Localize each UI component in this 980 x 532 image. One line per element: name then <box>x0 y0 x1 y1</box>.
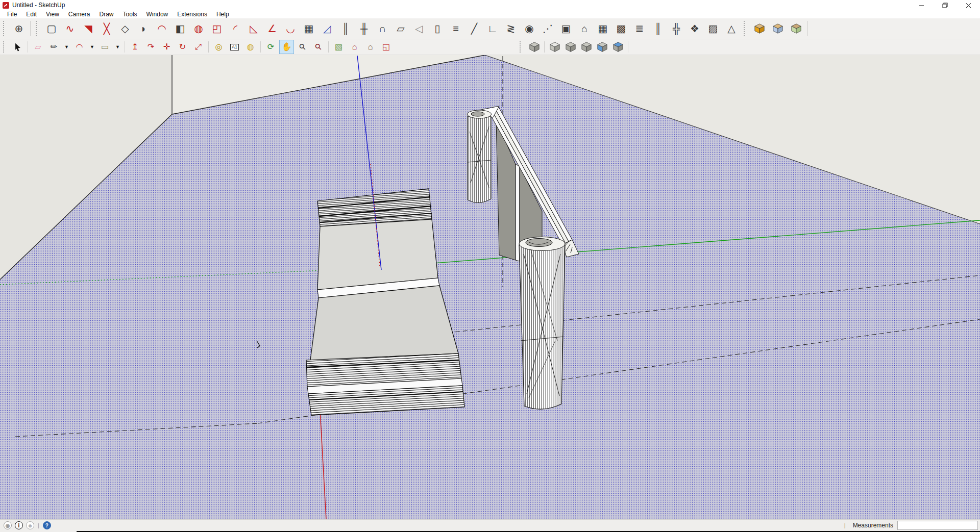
pan-tool-icon[interactable]: ✋ <box>279 40 294 54</box>
menu-file[interactable]: File <box>3 10 21 18</box>
stair-zigzag-icon[interactable]: ≷ <box>502 20 520 37</box>
tape-measure-tool-icon[interactable]: ◎ <box>211 40 226 54</box>
tube-cluster-icon[interactable]: ╫ <box>355 20 373 37</box>
geolocation-status-icon[interactable]: ◉ <box>4 521 12 529</box>
solid-union-icon[interactable] <box>563 40 578 54</box>
toolbar-separator <box>125 41 125 53</box>
warehouse-3d-icon[interactable]: ⌂ <box>347 40 362 54</box>
page-fold-icon[interactable]: ▱ <box>392 20 409 37</box>
extension-warehouse-glyph: ⌂ <box>368 43 373 51</box>
paint-bucket-tool-glyph: ◍ <box>247 43 254 51</box>
select-tool-icon[interactable] <box>10 40 25 54</box>
line-tool-icon[interactable]: ✏ <box>46 40 61 54</box>
measurements-input[interactable] <box>897 521 978 530</box>
move-tool-icon[interactable]: ✛ <box>159 40 174 54</box>
extension-warehouse-icon[interactable]: ⌂ <box>363 40 378 54</box>
solid-subtract-icon[interactable] <box>579 40 594 54</box>
rotate-tool-icon[interactable]: ↻ <box>175 40 190 54</box>
bevel-corner-icon[interactable] <box>788 20 805 37</box>
toolbar-drag-handle[interactable] <box>3 41 8 53</box>
status-separator: | <box>844 522 846 528</box>
round-edge-icon[interactable]: ◜ <box>227 20 244 37</box>
door-frame-icon[interactable]: ⌂ <box>576 20 593 37</box>
text-tool-icon[interactable]: A1 <box>227 40 242 54</box>
menu-tools[interactable]: Tools <box>118 10 142 18</box>
sharp-corner-icon[interactable] <box>769 20 787 37</box>
line-tool-dropdown-icon[interactable]: ▼ <box>62 40 71 54</box>
menu-extensions[interactable]: Extensions <box>173 10 212 18</box>
fence-grid-icon[interactable]: ╬ <box>668 20 685 37</box>
unfold-box-icon[interactable]: ◧ <box>172 20 189 37</box>
lattice-panel-icon[interactable]: ▩ <box>612 20 630 37</box>
menu-window[interactable]: Window <box>142 10 173 18</box>
help-icon[interactable]: ? <box>43 521 51 529</box>
menu-draw[interactable]: Draw <box>95 10 118 18</box>
arc-tool-dropdown-icon[interactable]: ▼ <box>88 40 96 54</box>
bezier-curve-icon[interactable]: ∿ <box>61 20 79 37</box>
louvre-panel-icon[interactable]: ≣ <box>631 20 648 37</box>
fan-fold-icon[interactable]: ◥ <box>80 20 97 37</box>
bend-curve-icon[interactable]: ◠ <box>153 20 170 37</box>
slat-panel-icon[interactable]: ▨ <box>704 20 722 37</box>
menu-camera[interactable]: Camera <box>64 10 95 18</box>
window-grid-icon[interactable]: ▦ <box>594 20 611 37</box>
cage-deform-icon[interactable]: ▦ <box>300 20 317 37</box>
shelf-stack-icon[interactable]: ≡ <box>447 20 464 37</box>
toolbar-drag-handle[interactable] <box>3 21 8 36</box>
minimize-button[interactable] <box>910 0 933 10</box>
spiral-stair-icon[interactable]: ◉ <box>521 20 538 37</box>
menu-help[interactable]: Help <box>212 10 234 18</box>
colonnade-tool-icon[interactable]: ∩ <box>374 20 391 37</box>
orbit-tool-icon[interactable]: ⟳ <box>263 40 278 54</box>
solid-intersect-icon[interactable] <box>547 40 562 54</box>
round-corner-icon[interactable] <box>751 20 768 37</box>
menu-view[interactable]: View <box>41 10 64 18</box>
restore-button[interactable] <box>933 0 957 10</box>
sphere-tool-icon[interactable]: ⊕ <box>10 20 28 37</box>
ramp-tool-icon[interactable]: ╱ <box>465 20 483 37</box>
toolbar-drag-handle[interactable] <box>744 21 748 36</box>
solid-trim-icon[interactable] <box>595 40 609 54</box>
knot-panel-icon[interactable]: ❖ <box>686 20 703 37</box>
door-leaf-icon[interactable]: ▯ <box>429 20 446 37</box>
follow-me-tool-icon[interactable]: ↷ <box>143 40 158 54</box>
zoom-tool-icon[interactable]: ⚲ <box>295 40 310 54</box>
rectangle-tool-icon[interactable]: ▭ <box>97 40 112 54</box>
loft-sail-icon[interactable]: ◿ <box>318 20 336 37</box>
sign-in-icon[interactable]: ☻ <box>26 521 34 529</box>
frame-tool-icon[interactable]: ▣ <box>557 20 575 37</box>
chamfer-corner-icon[interactable]: ◺ <box>245 20 262 37</box>
sphere-band-icon[interactable]: ◍ <box>190 20 207 37</box>
solid-split-icon[interactable] <box>610 40 625 54</box>
close-button[interactable] <box>957 0 980 10</box>
toolbar-drag-handle[interactable] <box>520 41 524 53</box>
send-to-layout-glyph: ◱ <box>382 43 390 51</box>
toolbar-drag-handle[interactable] <box>36 21 40 36</box>
contour-select-icon[interactable]: ◇ <box>116 20 134 37</box>
box-pin-icon[interactable]: ◰ <box>208 20 226 37</box>
pipes-tool-icon[interactable]: ║ <box>337 20 354 37</box>
angle-tool-icon[interactable]: ∠ <box>263 20 281 37</box>
cut-tool-icon[interactable]: ╳ <box>98 20 115 37</box>
push-pull-tool-icon[interactable]: ↥ <box>128 40 142 54</box>
rectangle-tool-dropdown-icon[interactable]: ▼ <box>113 40 122 54</box>
send-to-layout-icon[interactable]: ◱ <box>379 40 394 54</box>
paint-bucket-tool-icon[interactable]: ◍ <box>243 40 258 54</box>
arc-tool-icon[interactable]: ◠ <box>72 40 87 54</box>
escalator-tool-icon[interactable]: ⋰ <box>539 20 556 37</box>
credits-info-icon[interactable]: i <box>15 521 23 529</box>
eraser-tool-icon[interactable]: ▱ <box>31 40 45 54</box>
zoom-extents-tool-icon[interactable]: ⚲ <box>311 40 326 54</box>
shape-bender-icon[interactable]: ◡ <box>282 20 299 37</box>
add-location-icon[interactable]: ▧ <box>331 40 346 54</box>
scale-tool-icon[interactable]: ⤢ <box>191 40 206 54</box>
back-arrow-icon[interactable]: ◁ <box>410 20 428 37</box>
flatten-tool-icon[interactable]: ◗ <box>135 20 152 37</box>
viewport-3d[interactable] <box>0 55 980 519</box>
column-pair-icon[interactable]: ║ <box>649 20 667 37</box>
pyramid-vent-icon[interactable]: △ <box>723 20 740 37</box>
outer-shell-icon[interactable] <box>527 40 542 54</box>
stair-tool-icon[interactable]: ∟ <box>484 20 501 37</box>
menu-edit[interactable]: Edit <box>21 10 41 18</box>
note-tool-icon[interactable]: ▢ <box>43 20 60 37</box>
